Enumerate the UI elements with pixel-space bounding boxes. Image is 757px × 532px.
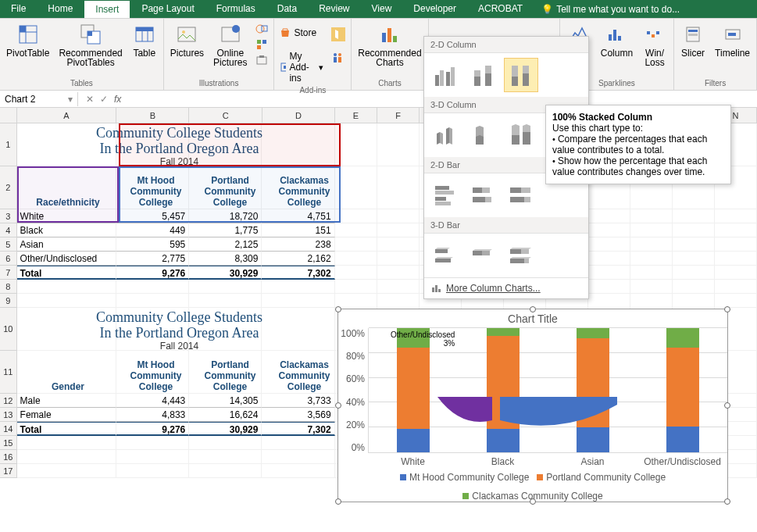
cell[interactable] bbox=[673, 209, 715, 223]
row-header[interactable]: 12 bbox=[0, 394, 17, 408]
row-header[interactable]: 4 bbox=[0, 223, 17, 237]
tab-file[interactable]: File bbox=[0, 0, 37, 18]
cell[interactable]: 449 bbox=[116, 223, 189, 237]
cell[interactable] bbox=[377, 252, 420, 266]
resize-handle[interactable] bbox=[530, 498, 536, 505]
3d-100-stacked-bar-option[interactable] bbox=[504, 238, 538, 273]
stacked-bar-option[interactable] bbox=[466, 178, 501, 212]
chart-bar[interactable] bbox=[577, 328, 609, 452]
row-header[interactable]: 11 bbox=[0, 351, 17, 394]
cell[interactable] bbox=[715, 252, 757, 266]
more-column-charts-button[interactable]: More Column Charts... bbox=[424, 277, 588, 298]
resize-handle[interactable] bbox=[335, 306, 341, 312]
cell[interactable] bbox=[17, 436, 116, 450]
column-header[interactable]: C bbox=[189, 108, 262, 123]
column-header[interactable]: D bbox=[262, 108, 335, 123]
row-header[interactable]: 8 bbox=[0, 280, 17, 294]
row-header[interactable]: 16 bbox=[0, 450, 17, 464]
cell[interactable] bbox=[715, 280, 757, 294]
cell[interactable]: Male bbox=[17, 394, 116, 408]
slicer-button[interactable]: Slicer bbox=[677, 20, 709, 59]
tab-data[interactable]: Data bbox=[266, 0, 308, 18]
pivottable-button[interactable]: PivotTable bbox=[3, 20, 52, 59]
column-header[interactable]: E bbox=[335, 108, 377, 123]
clustered-bar-option[interactable] bbox=[429, 178, 463, 212]
resize-handle[interactable] bbox=[724, 306, 730, 312]
cell[interactable]: Total bbox=[17, 266, 116, 280]
cell[interactable] bbox=[673, 280, 715, 294]
cell[interactable]: Total bbox=[17, 422, 116, 436]
cell[interactable] bbox=[335, 266, 377, 280]
3d-stacked-bar-option[interactable] bbox=[466, 238, 501, 273]
cell[interactable] bbox=[673, 266, 715, 280]
cell[interactable]: 2,162 bbox=[262, 252, 334, 266]
cell[interactable] bbox=[630, 252, 673, 266]
cell[interactable] bbox=[588, 209, 630, 223]
timeline-button[interactable]: Timeline bbox=[712, 20, 753, 59]
cell[interactable] bbox=[335, 237, 377, 252]
clustered-column-option[interactable] bbox=[429, 58, 463, 92]
screenshot-button[interactable] bbox=[255, 53, 269, 67]
row-header[interactable]: 14 bbox=[0, 422, 17, 436]
cell[interactable]: 3,569 bbox=[262, 408, 334, 422]
cell[interactable] bbox=[377, 166, 420, 209]
row-header[interactable]: 17 bbox=[0, 464, 17, 478]
people-graph-button[interactable] bbox=[330, 50, 346, 66]
tab-formulas[interactable]: Formulas bbox=[205, 0, 266, 18]
cell[interactable] bbox=[377, 294, 420, 308]
my-addins-button[interactable]: My Add-ins ▾ bbox=[279, 50, 324, 84]
cell[interactable] bbox=[377, 209, 420, 223]
cell[interactable] bbox=[189, 294, 262, 308]
cell[interactable] bbox=[630, 294, 673, 308]
cell[interactable] bbox=[630, 237, 673, 252]
cell[interactable] bbox=[588, 252, 630, 266]
row-header[interactable]: 3 bbox=[0, 209, 17, 223]
cell[interactable]: Black bbox=[17, 223, 116, 237]
recommended-charts-button[interactable]: Recommended Charts bbox=[355, 20, 424, 69]
cell[interactable] bbox=[630, 266, 673, 280]
legend-item[interactable]: Mt Hood Community College bbox=[400, 472, 529, 483]
cell[interactable]: 30,929 bbox=[189, 422, 262, 436]
cell[interactable] bbox=[335, 209, 377, 223]
cell[interactable] bbox=[116, 294, 189, 308]
cell[interactable] bbox=[673, 294, 715, 308]
tab-acrobat[interactable]: ACROBAT bbox=[467, 0, 534, 18]
cell[interactable] bbox=[715, 223, 757, 237]
cell[interactable]: 30,929 bbox=[189, 266, 262, 280]
cell[interactable]: 2,775 bbox=[116, 252, 189, 266]
cell[interactable]: 3,733 bbox=[262, 394, 334, 408]
smartart-button[interactable] bbox=[255, 37, 269, 52]
pictures-button[interactable]: Pictures bbox=[167, 20, 207, 59]
cell[interactable] bbox=[377, 237, 420, 252]
chart-bar[interactable] bbox=[666, 328, 699, 452]
cell[interactable]: 151 bbox=[262, 223, 334, 237]
cell[interactable] bbox=[335, 280, 377, 294]
column-header[interactable]: B bbox=[116, 108, 189, 123]
cell[interactable]: 9,276 bbox=[116, 422, 189, 436]
stacked-column-option[interactable] bbox=[466, 58, 501, 92]
cell[interactable]: 7,302 bbox=[262, 266, 334, 280]
cell[interactable]: 238 bbox=[262, 237, 334, 252]
row-header[interactable]: 2 bbox=[0, 166, 17, 209]
resize-handle[interactable] bbox=[530, 306, 536, 312]
row-header[interactable]: 13 bbox=[0, 408, 17, 422]
tab-insert[interactable]: Insert bbox=[84, 0, 130, 18]
online-pictures-button[interactable]: Online Pictures bbox=[210, 20, 250, 69]
cell[interactable] bbox=[588, 266, 630, 280]
row-header[interactable]: 1 bbox=[0, 123, 17, 166]
3d-clustered-bar-option[interactable] bbox=[429, 238, 463, 273]
fx-icon[interactable]: fx bbox=[114, 94, 121, 105]
cell[interactable]: 16,624 bbox=[189, 408, 262, 422]
cell[interactable]: 1,775 bbox=[189, 223, 262, 237]
cell[interactable]: 2,125 bbox=[189, 237, 262, 252]
cell[interactable] bbox=[588, 237, 630, 252]
cell[interactable]: 4,833 bbox=[116, 408, 189, 422]
legend-item[interactable]: Portland Community College bbox=[537, 472, 666, 483]
resize-handle[interactable] bbox=[335, 402, 341, 409]
enter-icon[interactable]: ✓ bbox=[100, 94, 108, 105]
cell[interactable] bbox=[189, 436, 262, 450]
table-button[interactable]: Table bbox=[129, 20, 160, 59]
tab-developer[interactable]: Developer bbox=[402, 0, 467, 18]
cell[interactable] bbox=[262, 464, 334, 478]
cell[interactable] bbox=[715, 209, 757, 223]
